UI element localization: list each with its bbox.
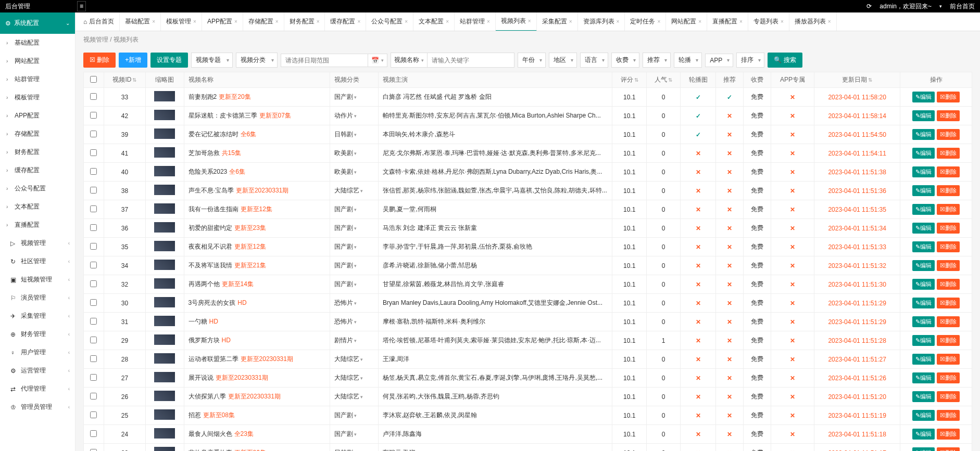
x-icon[interactable]: ✕ xyxy=(727,150,732,157)
x-icon[interactable]: ✕ xyxy=(727,225,732,232)
category-select[interactable]: 国产剧 xyxy=(334,430,357,437)
x-icon[interactable]: ✕ xyxy=(696,243,701,251)
edit-button[interactable]: ✎编辑 xyxy=(912,166,935,177)
x-icon[interactable]: ✕ xyxy=(727,337,732,344)
edit-button[interactable]: ✎编辑 xyxy=(912,372,935,383)
x-icon[interactable]: ✕ xyxy=(696,150,701,157)
edit-button[interactable]: ✎编辑 xyxy=(912,391,935,402)
tab[interactable]: APP配置× xyxy=(202,12,243,31)
x-icon[interactable]: ✕ xyxy=(790,300,795,307)
sidebar-item[interactable]: ♀用户管理‹ xyxy=(0,343,75,362)
edit-button[interactable]: ✎编辑 xyxy=(912,410,935,421)
tab[interactable]: 视频列表× xyxy=(496,12,537,31)
x-icon[interactable]: ✕ xyxy=(790,206,795,213)
close-icon[interactable]: × xyxy=(193,19,196,24)
category-select[interactable]: 大陆综艺 xyxy=(334,393,363,400)
tab[interactable]: 播放器列表× xyxy=(789,12,837,31)
filter-recommend[interactable]: 推荐 xyxy=(643,53,671,68)
search-button[interactable]: 🔍 搜索 xyxy=(768,53,802,68)
tab[interactable]: 网站配置× xyxy=(666,12,707,31)
close-icon[interactable]: × xyxy=(152,19,155,24)
sidebar-item[interactable]: ⇄代理管理‹ xyxy=(0,380,75,398)
episode-link[interactable]: HD xyxy=(209,318,218,325)
sidebar-item[interactable]: ›直播配置 xyxy=(0,216,75,234)
delete-button[interactable]: ☒删除 xyxy=(937,204,960,215)
select-all-checkbox[interactable] xyxy=(90,76,97,83)
delete-button[interactable]: ☒删除 xyxy=(937,391,960,402)
sidebar-item[interactable]: ↻社区管理‹ xyxy=(0,252,75,270)
x-icon[interactable]: ✕ xyxy=(727,375,732,382)
delete-button[interactable]: ☒删除 xyxy=(937,92,960,102)
delete-button[interactable]: ☒删除 xyxy=(937,166,960,177)
row-checkbox[interactable] xyxy=(90,280,97,287)
sidebar-item[interactable]: ▣短视频管理‹ xyxy=(0,270,75,289)
x-icon[interactable]: ✕ xyxy=(790,375,795,382)
x-icon[interactable]: ✕ xyxy=(696,300,701,307)
x-icon[interactable]: ✕ xyxy=(790,169,795,176)
calendar-icon[interactable]: 📅 xyxy=(368,54,387,67)
row-checkbox[interactable] xyxy=(90,205,97,212)
sort-icon[interactable]: ⇅ xyxy=(868,77,872,83)
edit-button[interactable]: ✎编辑 xyxy=(912,260,935,271)
edit-button[interactable]: ✎编辑 xyxy=(912,241,935,252)
episode-link[interactable]: HD xyxy=(237,299,246,306)
row-checkbox[interactable] xyxy=(90,355,97,362)
close-icon[interactable]: × xyxy=(657,19,660,24)
x-icon[interactable]: ✕ xyxy=(727,449,732,452)
edit-button[interactable]: ✎编辑 xyxy=(912,354,935,365)
x-icon[interactable]: ✕ xyxy=(696,169,701,176)
x-icon[interactable]: ✕ xyxy=(727,356,732,363)
tab[interactable]: 站群管理× xyxy=(455,12,496,31)
edit-button[interactable]: ✎编辑 xyxy=(912,298,935,308)
close-icon[interactable]: × xyxy=(275,19,279,24)
row-checkbox[interactable] xyxy=(90,224,97,231)
tab[interactable]: 基础配置× xyxy=(120,12,161,31)
filter-region[interactable]: 地区 xyxy=(549,53,577,68)
tab[interactable]: 财务配置× xyxy=(284,12,325,31)
sidebar-item[interactable]: ♔管理员管理‹ xyxy=(0,398,75,416)
x-icon[interactable]: ✕ xyxy=(790,112,795,120)
episode-link[interactable]: 更新至12集 xyxy=(241,205,272,213)
episode-link[interactable]: 更新至06集 xyxy=(234,449,266,451)
x-icon[interactable]: ✕ xyxy=(696,225,701,232)
tab[interactable]: 公众号配置× xyxy=(366,12,413,31)
sidebar-item[interactable]: ›公众号配置 xyxy=(0,179,75,198)
episode-link[interactable]: 更新至20230331期 xyxy=(236,187,288,194)
x-icon[interactable]: ✕ xyxy=(727,262,732,269)
category-select[interactable]: 日韩剧 xyxy=(334,131,357,138)
sort-icon[interactable]: ⇅ xyxy=(668,77,672,83)
x-icon[interactable]: ✕ xyxy=(727,412,732,419)
category-select[interactable]: 国产剧 xyxy=(334,93,357,100)
close-icon[interactable]: × xyxy=(569,19,572,24)
episode-link[interactable]: 更新至21集 xyxy=(234,262,266,269)
sidebar-item[interactable]: ›模板管理 xyxy=(0,88,75,107)
x-icon[interactable]: ✕ xyxy=(696,262,701,269)
category-select[interactable]: 国产剧 xyxy=(334,224,357,231)
episode-link[interactable]: 全6集 xyxy=(241,131,257,138)
x-icon[interactable]: ✕ xyxy=(696,412,701,419)
category-select[interactable]: 国产剧 xyxy=(334,411,357,419)
x-icon[interactable]: ✕ xyxy=(790,318,795,326)
x-icon[interactable]: ✕ xyxy=(727,131,732,138)
category-select[interactable]: 大陆综艺 xyxy=(334,187,363,194)
episode-link[interactable]: 更新至07集 xyxy=(259,112,291,119)
close-icon[interactable]: × xyxy=(698,19,701,24)
sidebar-item[interactable]: ▷视频管理‹ xyxy=(0,234,75,252)
check-icon[interactable]: ✓ xyxy=(696,112,701,120)
sidebar-item[interactable]: ›存储配置 xyxy=(0,125,75,143)
row-checkbox[interactable] xyxy=(90,430,97,437)
sidebar-item[interactable]: ›网站配置 xyxy=(0,52,75,70)
episode-link[interactable]: 更新至20230331期 xyxy=(216,374,268,381)
keyword-input[interactable] xyxy=(427,53,514,68)
delete-button[interactable]: ☒删除 xyxy=(937,298,960,308)
row-checkbox[interactable] xyxy=(90,262,97,268)
episode-link[interactable]: 全23集 xyxy=(234,430,254,437)
delete-button[interactable]: ☒删除 xyxy=(937,354,960,365)
row-checkbox[interactable] xyxy=(90,337,97,343)
delete-button[interactable]: ☒删除 xyxy=(937,185,960,196)
sidebar-item[interactable]: ✈采集管理‹ xyxy=(0,307,75,325)
edit-button[interactable]: ✎编辑 xyxy=(912,110,935,121)
delete-button[interactable]: ☒删除 xyxy=(937,260,960,271)
episode-link[interactable]: 更新至12集 xyxy=(234,243,266,250)
delete-button[interactable]: ☒删除 xyxy=(937,279,960,290)
